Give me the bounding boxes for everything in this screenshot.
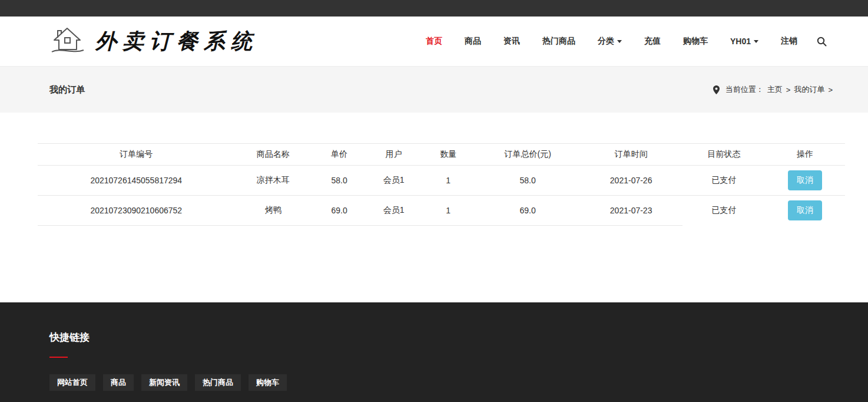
breadcrumb-separator: > bbox=[786, 85, 791, 94]
col-header-order-no: 订单编号 bbox=[38, 144, 235, 166]
footer-link-products[interactable]: 商品 bbox=[103, 374, 134, 391]
nav-item-logout[interactable]: 注销 bbox=[770, 36, 809, 47]
cell-time: 2021-07-23 bbox=[579, 196, 683, 226]
breadcrumb-current-link[interactable]: 我的订单 bbox=[794, 84, 824, 95]
nav-item-categories[interactable]: 分类 bbox=[587, 36, 633, 47]
col-header-unit-price: 单价 bbox=[312, 144, 367, 166]
nav-item-recharge[interactable]: 充值 bbox=[633, 36, 672, 47]
site-footer: 快捷链接 网站首页 商品 新闻资讯 热门商品 购物车 bbox=[0, 302, 868, 402]
cell-order-no: 20210723090210606752 bbox=[38, 196, 235, 226]
col-header-quantity: 数量 bbox=[420, 144, 476, 166]
cell-quantity: 1 bbox=[420, 196, 476, 226]
chevron-down-icon bbox=[617, 40, 622, 43]
search-icon[interactable] bbox=[809, 37, 833, 47]
footer-accent-rule bbox=[49, 357, 68, 358]
order-row: 20210723090210606752 烤鸭 69.0 会员1 1 69.0 … bbox=[38, 196, 845, 226]
main-content: 订单编号 商品名称 单价 用户 数量 订单总价(元) 订单时间 目前状态 操作 … bbox=[0, 143, 868, 302]
page-header-band: 我的订单 当前位置： 主页 > 我的订单 > bbox=[0, 67, 868, 113]
cell-product: 凉拌木耳 bbox=[235, 166, 312, 196]
footer-link-hot-products[interactable]: 热门商品 bbox=[195, 374, 241, 391]
footer-link-home[interactable]: 网站首页 bbox=[49, 374, 95, 391]
cell-total: 69.0 bbox=[476, 196, 579, 226]
footer-links: 网站首页 商品 新闻资讯 热门商品 购物车 bbox=[49, 374, 833, 391]
page-title: 我的订单 bbox=[49, 84, 85, 95]
col-header-user: 用户 bbox=[367, 144, 420, 166]
nav-item-hot-products[interactable]: 热门商品 bbox=[531, 36, 587, 47]
nav-item-news[interactable]: 资讯 bbox=[492, 36, 531, 47]
breadcrumb-home-link[interactable]: 主页 bbox=[767, 84, 783, 95]
cell-user: 会员1 bbox=[367, 166, 420, 196]
cell-user: 会员1 bbox=[367, 196, 420, 226]
brand-logo[interactable]: 外卖订餐系统 bbox=[49, 25, 258, 58]
col-header-product: 商品名称 bbox=[235, 144, 312, 166]
col-header-action: 操作 bbox=[765, 144, 845, 166]
cell-quantity: 1 bbox=[420, 166, 476, 196]
footer-title: 快捷链接 bbox=[49, 331, 833, 344]
footer-link-news[interactable]: 新闻资讯 bbox=[141, 374, 187, 391]
breadcrumb: 当前位置： 主页 > 我的订单 > bbox=[713, 84, 833, 95]
location-pin-icon bbox=[713, 85, 720, 94]
cell-unit-price: 58.0 bbox=[312, 166, 367, 196]
order-row: 20210726145055817294 凉拌木耳 58.0 会员1 1 58.… bbox=[38, 166, 845, 196]
breadcrumb-separator: > bbox=[828, 85, 833, 94]
col-header-time: 订单时间 bbox=[579, 144, 683, 166]
nav-item-home[interactable]: 首页 bbox=[415, 36, 453, 47]
chevron-down-icon bbox=[754, 40, 758, 43]
orders-header-row: 订单编号 商品名称 单价 用户 数量 订单总价(元) 订单时间 目前状态 操作 bbox=[38, 144, 845, 166]
top-bar bbox=[0, 0, 868, 17]
cell-status: 已支付 bbox=[683, 166, 765, 196]
cell-product: 烤鸭 bbox=[235, 196, 312, 226]
col-header-status: 目前状态 bbox=[683, 144, 765, 166]
orders-table: 订单编号 商品名称 单价 用户 数量 订单总价(元) 订单时间 目前状态 操作 … bbox=[38, 143, 845, 226]
cancel-button[interactable]: 取消 bbox=[788, 170, 822, 190]
nav-item-user-menu[interactable]: YH01 bbox=[719, 37, 770, 46]
cancel-button[interactable]: 取消 bbox=[788, 200, 822, 220]
col-header-total: 订单总价(元) bbox=[476, 144, 579, 166]
cell-order-no: 20210726145055817294 bbox=[38, 166, 235, 196]
site-header: 外卖订餐系统 首页 商品 资讯 热门商品 分类 充值 购物车 YH01 注销 bbox=[0, 17, 868, 67]
nav-item-products[interactable]: 商品 bbox=[453, 36, 492, 47]
nav-item-cart[interactable]: 购物车 bbox=[672, 36, 719, 47]
cell-status: 已支付 bbox=[683, 196, 765, 226]
cell-total: 58.0 bbox=[476, 166, 579, 196]
cell-unit-price: 69.0 bbox=[312, 196, 367, 226]
footer-link-cart[interactable]: 购物车 bbox=[249, 374, 287, 391]
main-nav: 首页 商品 资讯 热门商品 分类 充值 购物车 YH01 注销 bbox=[415, 36, 833, 47]
cell-time: 2021-07-26 bbox=[579, 166, 683, 196]
brand-title: 外卖订餐系统 bbox=[95, 27, 258, 56]
breadcrumb-label: 当前位置： bbox=[725, 84, 764, 95]
house-icon bbox=[49, 25, 86, 58]
